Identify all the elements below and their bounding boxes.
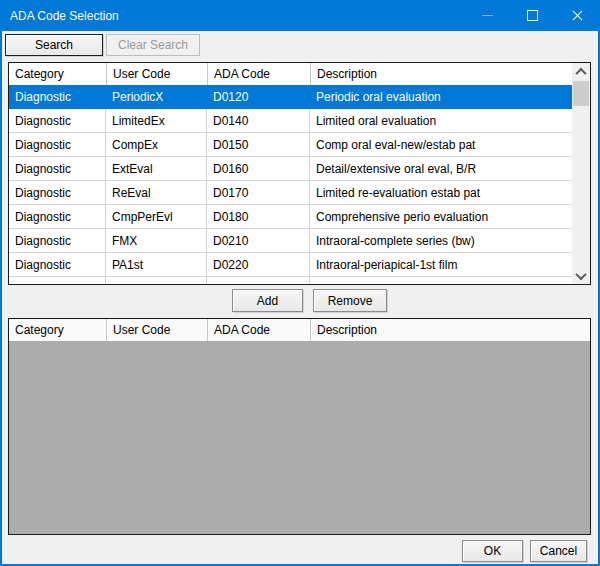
cell-user_code: PeriodicX — [106, 85, 207, 108]
table-row[interactable]: DiagnosticPeriodicXD0120Periodic oral ev… — [9, 85, 572, 109]
cell-category: Diagnostic — [9, 109, 106, 132]
cell-description: Intraoral-complete series (bw) — [310, 229, 572, 252]
cell-category: Diagnostic — [9, 181, 106, 204]
table-row[interactable]: DiagnosticLimitedExD0140Limited oral eva… — [9, 109, 572, 133]
cell-ada_code: D0210 — [207, 229, 310, 252]
cell-ada_code: D0120 — [207, 85, 310, 108]
close-icon — [572, 10, 583, 21]
cell-user_code: PA1st — [106, 253, 207, 276]
cell-category: Diagnostic — [9, 229, 106, 252]
cell-description: Intraoral-periapical-1st film — [310, 253, 572, 276]
titlebar[interactable]: ADA Code Selection — [0, 0, 600, 31]
search-button[interactable]: Search — [5, 34, 103, 56]
column-header-category[interactable]: Category — [9, 319, 106, 341]
minimize-button[interactable] — [465, 0, 510, 31]
cell-description: Limited oral evaluation — [310, 109, 572, 132]
selected-codes-header: CategoryUser CodeADA CodeDescription — [9, 319, 590, 342]
cell-description — [310, 277, 572, 284]
cell-description: Comp oral eval-new/estab pat — [310, 133, 572, 156]
cell-ada_code: D0180 — [207, 205, 310, 228]
cell-user_code: CmpPerEvl — [106, 205, 207, 228]
add-button[interactable]: Add — [232, 289, 303, 312]
table-row[interactable]: DiagnosticCmpPerEvlD0180Comprehensive pe… — [9, 205, 572, 229]
available-codes-table: CategoryUser CodeADA CodeDescription Dia… — [8, 62, 591, 285]
scroll-up-button[interactable] — [572, 63, 590, 80]
cell-category — [9, 277, 106, 284]
cell-user_code: ExtEval — [106, 157, 207, 180]
cancel-button[interactable]: Cancel — [530, 540, 587, 562]
vertical-scrollbar[interactable] — [572, 63, 590, 284]
table-row[interactable]: DiagnosticExtEvalD0160Detail/extensive o… — [9, 157, 572, 181]
column-header-user-code[interactable]: User Code — [106, 319, 207, 341]
column-header-ada-code[interactable]: ADA Code — [207, 63, 310, 85]
column-header-category[interactable]: Category — [9, 63, 106, 85]
column-header-description[interactable]: Description — [310, 63, 590, 85]
clear-search-button[interactable]: Clear Search — [106, 34, 200, 56]
remove-button[interactable]: Remove — [313, 289, 387, 312]
table-row[interactable]: DiagnosticFMXD0210Intraoral-complete ser… — [9, 229, 572, 253]
minimize-icon — [482, 15, 493, 16]
table-row[interactable]: DiagnosticPA1stD0220Intraoral-periapical… — [9, 253, 572, 277]
cell-description: Comprehensive perio evaluation — [310, 205, 572, 228]
cell-category: Diagnostic — [9, 133, 106, 156]
cell-ada_code: D0140 — [207, 109, 310, 132]
maximize-icon — [527, 10, 538, 21]
cell-user_code: ReEval — [106, 181, 207, 204]
cell-user_code — [106, 277, 207, 284]
scroll-down-button[interactable] — [572, 267, 590, 284]
scrollbar-thumb[interactable] — [573, 81, 589, 106]
table-row-partial — [9, 277, 572, 284]
cell-user_code: FMX — [106, 229, 207, 252]
table-row[interactable]: DiagnosticReEvalD0170Limited re-evaluati… — [9, 181, 572, 205]
close-button[interactable] — [555, 0, 600, 31]
caption-buttons — [465, 0, 600, 31]
selected-codes-body[interactable] — [9, 341, 590, 534]
column-header-description[interactable]: Description — [310, 319, 590, 341]
cell-user_code: CompEx — [106, 133, 207, 156]
window-title: ADA Code Selection — [0, 9, 119, 23]
available-codes-header: CategoryUser CodeADA CodeDescription — [9, 63, 590, 86]
scroll-down-icon — [575, 268, 586, 279]
cell-description: Periodic oral evaluation — [310, 85, 572, 108]
scroll-up-icon — [575, 67, 586, 78]
column-header-user-code[interactable]: User Code — [106, 63, 207, 85]
cell-ada_code: D0220 — [207, 253, 310, 276]
cell-ada_code: D0160 — [207, 157, 310, 180]
cell-ada_code: D0150 — [207, 133, 310, 156]
cell-category: Diagnostic — [9, 157, 106, 180]
selected-codes-table: CategoryUser CodeADA CodeDescription — [8, 318, 591, 535]
cell-category: Diagnostic — [9, 205, 106, 228]
ok-button[interactable]: OK — [462, 540, 523, 562]
cell-user_code: LimitedEx — [106, 109, 207, 132]
column-header-ada-code[interactable]: ADA Code — [207, 319, 310, 341]
cell-ada_code: D0170 — [207, 181, 310, 204]
available-codes-body[interactable]: DiagnosticPeriodicXD0120Periodic oral ev… — [9, 85, 572, 284]
cell-description: Limited re-evaluation estab pat — [310, 181, 572, 204]
cell-category: Diagnostic — [9, 253, 106, 276]
cell-ada_code — [207, 277, 310, 284]
cell-description: Detail/extensive oral eval, B/R — [310, 157, 572, 180]
cell-category: Diagnostic — [9, 85, 106, 108]
ada-code-selection-dialog: ADA Code Selection Search Clear Search C… — [0, 0, 600, 566]
table-row[interactable]: DiagnosticCompExD0150Comp oral eval-new/… — [9, 133, 572, 157]
maximize-button[interactable] — [510, 0, 555, 31]
